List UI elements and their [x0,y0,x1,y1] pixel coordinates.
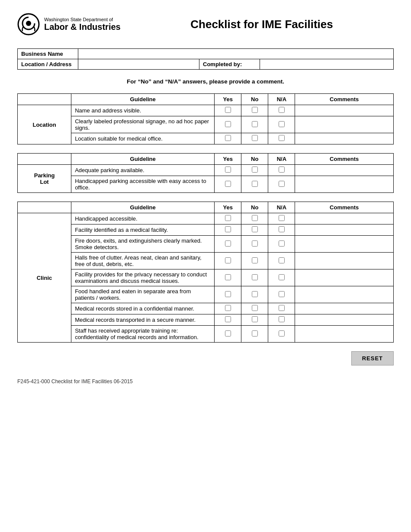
yes-checkbox-2-6[interactable] [225,305,231,311]
comments-cell-0-0[interactable] [295,105,394,116]
completed-by-value[interactable] [260,59,394,70]
yes-checkbox-2-2[interactable] [225,240,231,247]
comments-cell-2-1[interactable] [295,224,394,236]
na-checkbox-2-7[interactable] [279,316,285,322]
yes-cell-2-1[interactable] [215,224,241,236]
no-cell-2-3[interactable] [241,253,268,269]
yes-checkbox-2-7[interactable] [225,316,231,322]
na-cell-0-2[interactable] [268,133,295,144]
na-checkbox-1-0[interactable] [279,167,285,173]
na-checkbox-2-2[interactable] [279,240,285,247]
comment-input-2-1[interactable] [299,227,390,233]
comment-input-1-1[interactable] [299,181,390,188]
yes-cell-2-7[interactable] [215,314,241,326]
yes-cell-2-0[interactable] [215,213,241,224]
yes-cell-2-5[interactable] [215,286,241,303]
na-cell-2-4[interactable] [268,269,295,286]
no-cell-2-2[interactable] [241,236,268,253]
no-checkbox-2-4[interactable] [252,274,258,280]
yes-cell-2-6[interactable] [215,303,241,314]
na-cell-2-1[interactable] [268,224,295,236]
na-checkbox-2-3[interactable] [279,257,285,263]
comment-input-2-5[interactable] [299,292,390,298]
na-checkbox-0-0[interactable] [279,107,285,113]
na-cell-1-0[interactable] [268,165,295,176]
comments-cell-0-2[interactable] [295,133,394,144]
comment-input-2-6[interactable] [299,305,390,312]
na-cell-0-1[interactable] [268,116,295,133]
comments-cell-2-7[interactable] [295,314,394,326]
comments-cell-2-4[interactable] [295,269,394,286]
comment-input-1-0[interactable] [299,167,390,173]
comment-input-2-8[interactable] [299,331,390,337]
yes-checkbox-2-1[interactable] [225,226,231,232]
no-checkbox-1-1[interactable] [252,181,258,187]
location-address-value[interactable] [78,59,199,70]
no-checkbox-2-0[interactable] [252,215,258,221]
yes-checkbox-1-1[interactable] [225,181,231,187]
na-checkbox-2-8[interactable] [279,330,285,337]
yes-checkbox-2-4[interactable] [225,274,231,280]
no-cell-2-6[interactable] [241,303,268,314]
comments-cell-1-1[interactable] [295,176,394,193]
yes-checkbox-2-8[interactable] [225,330,231,337]
na-checkbox-2-6[interactable] [279,305,285,311]
yes-checkbox-1-0[interactable] [225,167,231,173]
na-cell-2-5[interactable] [268,286,295,303]
na-checkbox-2-5[interactable] [279,291,285,297]
no-cell-1-1[interactable] [241,176,268,193]
no-cell-0-2[interactable] [241,133,268,144]
yes-checkbox-0-0[interactable] [225,107,231,113]
no-checkbox-2-1[interactable] [252,226,258,232]
yes-cell-0-1[interactable] [215,116,241,133]
yes-checkbox-0-1[interactable] [225,121,231,127]
no-cell-0-0[interactable] [241,105,268,116]
yes-checkbox-2-3[interactable] [225,257,231,263]
no-cell-2-0[interactable] [241,213,268,224]
comments-cell-2-0[interactable] [295,213,394,224]
no-checkbox-0-0[interactable] [252,107,258,113]
comment-input-0-0[interactable] [299,107,390,114]
na-checkbox-1-1[interactable] [279,181,285,187]
no-checkbox-2-5[interactable] [252,291,258,297]
no-checkbox-1-0[interactable] [252,167,258,173]
no-cell-1-0[interactable] [241,165,268,176]
na-checkbox-2-4[interactable] [279,274,285,280]
comments-cell-2-3[interactable] [295,253,394,269]
no-checkbox-2-2[interactable] [252,240,258,247]
yes-checkbox-0-2[interactable] [225,135,231,141]
yes-checkbox-2-5[interactable] [225,291,231,297]
na-checkbox-2-0[interactable] [279,215,285,221]
yes-checkbox-2-0[interactable] [225,215,231,221]
comment-input-0-2[interactable] [299,135,390,142]
no-cell-2-8[interactable] [241,326,268,343]
na-checkbox-0-1[interactable] [279,121,285,127]
na-cell-2-8[interactable] [268,326,295,343]
comments-cell-2-2[interactable] [295,236,394,253]
na-cell-2-7[interactable] [268,314,295,326]
no-checkbox-0-1[interactable] [252,121,258,127]
comment-input-2-7[interactable] [299,317,390,323]
location-address-input[interactable] [82,61,196,67]
na-cell-2-2[interactable] [268,236,295,253]
comment-input-2-0[interactable] [299,215,390,222]
no-cell-2-5[interactable] [241,286,268,303]
no-cell-2-1[interactable] [241,224,268,236]
no-checkbox-0-2[interactable] [252,135,258,141]
yes-cell-1-0[interactable] [215,165,241,176]
no-checkbox-2-8[interactable] [252,330,258,337]
yes-cell-2-8[interactable] [215,326,241,343]
comment-input-0-1[interactable] [299,122,390,128]
no-cell-0-1[interactable] [241,116,268,133]
completed-by-input[interactable] [263,61,390,67]
na-checkbox-0-2[interactable] [279,135,285,141]
na-cell-2-3[interactable] [268,253,295,269]
comment-input-2-3[interactable] [299,258,390,264]
no-cell-2-7[interactable] [241,314,268,326]
na-cell-2-6[interactable] [268,303,295,314]
business-name-input[interactable] [82,51,390,57]
no-checkbox-2-6[interactable] [252,305,258,311]
comment-input-2-2[interactable] [299,241,390,247]
comments-cell-2-8[interactable] [295,326,394,343]
yes-cell-0-2[interactable] [215,133,241,144]
